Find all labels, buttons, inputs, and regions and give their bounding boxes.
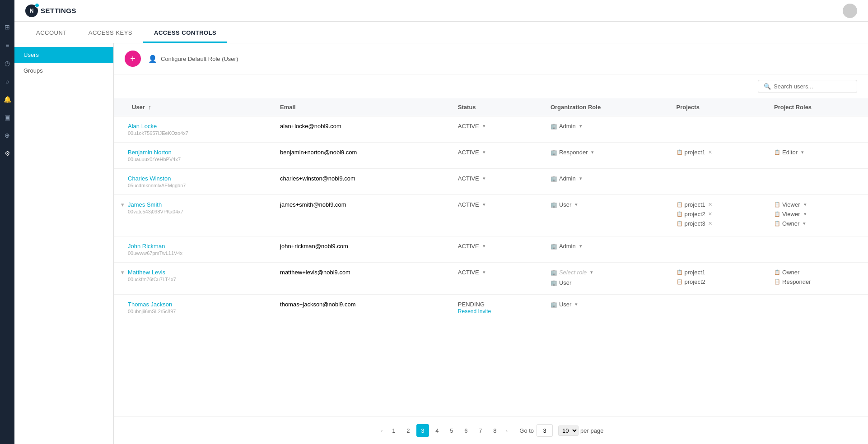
- sidebar-item-users[interactable]: Users: [14, 47, 113, 63]
- nav-icon-bell[interactable]: 🔔: [0, 90, 14, 108]
- remove-project-button[interactable]: ✕: [708, 202, 712, 208]
- user-status: ACTIVE: [458, 269, 479, 276]
- status-dropdown[interactable]: ▾: [483, 149, 485, 155]
- nav-icon-plus-circle[interactable]: ⊕: [0, 126, 14, 144]
- tab-access-controls[interactable]: ACCESS CONTROLS: [143, 24, 227, 43]
- status-cell: ACTIVE ▾: [451, 169, 543, 195]
- org-role-dropdown[interactable]: ▾: [579, 123, 582, 129]
- nav-icon-dashboard[interactable]: ⊞: [0, 18, 14, 36]
- remove-project-button[interactable]: ✕: [708, 221, 712, 227]
- page-3-button[interactable]: 3: [416, 424, 429, 437]
- nav-icon-search[interactable]: ⌕: [0, 72, 14, 90]
- table-row: ▾ Matthew Levis 00uckfm76tCu7LT4x7 matth…: [114, 263, 868, 295]
- project-icon: 📋: [677, 211, 683, 217]
- page-8-button[interactable]: 8: [489, 424, 501, 437]
- next-page-button[interactable]: ›: [503, 426, 510, 436]
- nav-icon-clock[interactable]: ◷: [0, 54, 14, 72]
- status-cell: PENDING Resend Invite: [451, 295, 543, 321]
- org-role: Admin: [559, 243, 576, 250]
- nav-icon-list[interactable]: ≡: [0, 36, 14, 54]
- page-1-button[interactable]: 1: [387, 424, 400, 437]
- status-dropdown[interactable]: ▾: [483, 202, 485, 208]
- email-cell: benjamin+norton@nobl9.com: [273, 143, 451, 169]
- configure-role-label: Configure Default Role (User): [161, 56, 238, 62]
- per-page-select[interactable]: 10 25 50: [558, 426, 579, 436]
- status-dropdown[interactable]: ▾: [483, 243, 485, 249]
- left-sidebar: Users Groups: [14, 43, 114, 444]
- resend-invite-button[interactable]: Resend Invite: [458, 308, 491, 314]
- status-cell: ACTIVE ▾: [451, 236, 543, 263]
- sidebar-item-groups[interactable]: Groups: [14, 63, 113, 79]
- nav-icon-gear[interactable]: ⚙: [0, 144, 14, 162]
- user-name[interactable]: Alan Locke: [128, 123, 188, 130]
- top-header: N SETTINGS: [14, 0, 868, 22]
- project-role-dropdown[interactable]: ▾: [804, 202, 807, 208]
- goto-label: Go to: [519, 427, 534, 434]
- user-name[interactable]: Thomas Jackson: [128, 301, 176, 308]
- col-projects: Projects: [669, 98, 767, 116]
- remove-project-button[interactable]: ✕: [708, 211, 712, 217]
- project-role-dropdown[interactable]: ▾: [801, 149, 804, 155]
- org-role: Responder: [559, 149, 588, 156]
- project-role-dropdown[interactable]: ▾: [804, 211, 807, 217]
- nav-icon-monitor[interactable]: ▣: [0, 108, 14, 126]
- page-6-button[interactable]: 6: [460, 424, 472, 437]
- logo-badge: [35, 3, 39, 8]
- user-name[interactable]: Charles Winston: [128, 175, 186, 182]
- org-role: User: [559, 301, 571, 308]
- org-role: Select role: [559, 269, 587, 276]
- status-dropdown[interactable]: ▾: [483, 123, 485, 129]
- tab-access-keys[interactable]: ACCESS KEYS: [78, 24, 143, 43]
- page-7-button[interactable]: 7: [474, 424, 487, 437]
- user-cell: ▾ John Rickman 00uwww67pmTwL11V4x: [114, 236, 273, 263]
- tab-account[interactable]: ACCOUNT: [25, 24, 78, 43]
- logo-letter: N: [30, 8, 34, 14]
- app-logo: N SETTINGS: [25, 5, 76, 17]
- org-role-dropdown[interactable]: ▾: [591, 149, 594, 155]
- user-id: 00vatc543j098VPKx04x7: [128, 209, 183, 214]
- user-id: 05ucdmknnmlvAEMggbn7: [128, 183, 186, 188]
- user-name[interactable]: Matthew Levis: [128, 269, 176, 276]
- col-user-label: User: [132, 104, 145, 111]
- role-icon: 🏢: [551, 202, 557, 208]
- page-5-button[interactable]: 5: [445, 424, 458, 437]
- status-dropdown[interactable]: ▾: [483, 269, 485, 275]
- role-icon: 🏢: [551, 176, 557, 182]
- action-bar: + 👤 Configure Default Role (User): [114, 43, 868, 74]
- user-avatar[interactable]: [843, 4, 857, 18]
- org-role-dropdown[interactable]: ▾: [579, 176, 582, 181]
- projects-cell: [669, 169, 767, 195]
- org-role-dropdown[interactable]: ▾: [590, 269, 593, 275]
- goto-input[interactable]: [537, 424, 553, 437]
- expand-arrow[interactable]: ▾: [121, 269, 124, 276]
- page-2-button[interactable]: 2: [402, 424, 415, 437]
- org-role-dropdown[interactable]: ▾: [575, 202, 578, 208]
- expand-arrow[interactable]: ▾: [121, 201, 124, 208]
- org-role: Admin: [559, 123, 576, 130]
- user-email: benjamin+norton@nobl9.com: [280, 149, 357, 156]
- org-role-cell: 🏢 Responder ▾: [543, 143, 669, 169]
- project-role-icon: 📋: [774, 269, 780, 275]
- status-dropdown[interactable]: ▾: [483, 176, 485, 181]
- page-4-button[interactable]: 4: [431, 424, 443, 437]
- org-role-dropdown[interactable]: ▾: [579, 243, 582, 249]
- project-name: project1: [685, 269, 705, 276]
- remove-project-button[interactable]: ✕: [708, 149, 712, 155]
- user-name[interactable]: Benjamin Norton: [128, 149, 181, 156]
- user-name[interactable]: James Smith: [128, 201, 183, 208]
- user-id: 00u1ok75657IJEeKOzo4x7: [128, 130, 188, 136]
- prev-page-button[interactable]: ‹: [378, 426, 386, 436]
- email-cell: charles+winston@nobl9.com: [273, 169, 451, 195]
- configure-default-role[interactable]: 👤 Configure Default Role (User): [148, 55, 238, 63]
- search-input[interactable]: [774, 83, 851, 90]
- org-role-dropdown[interactable]: ▾: [575, 301, 578, 307]
- project-role-icon: 📋: [774, 149, 780, 155]
- project-role-dropdown[interactable]: ▾: [803, 221, 806, 227]
- email-cell: thomas+jackson@nobl9.com: [273, 295, 451, 321]
- user-name[interactable]: John Rickman: [128, 243, 182, 250]
- add-user-button[interactable]: +: [125, 51, 141, 67]
- org-role-cell: 🏢 Admin ▾: [543, 116, 669, 143]
- user-status: PENDING: [458, 301, 485, 308]
- sort-icon[interactable]: ↑: [149, 104, 152, 111]
- app-title: SETTINGS: [41, 7, 76, 14]
